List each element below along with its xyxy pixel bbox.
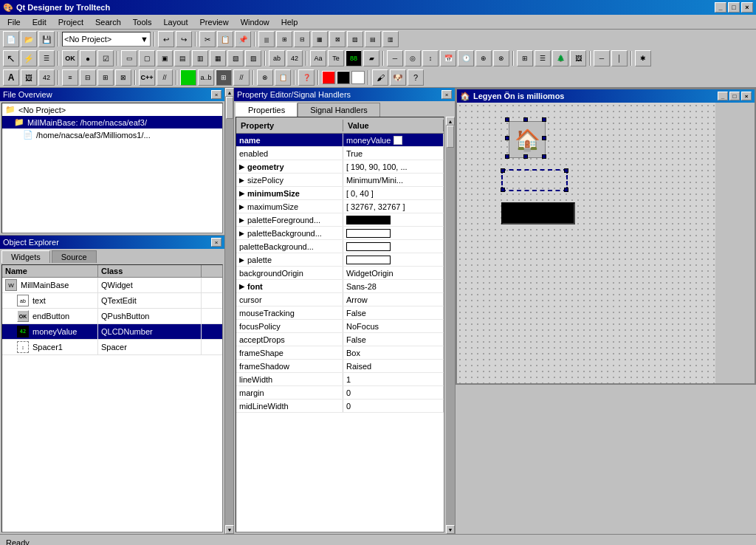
form-canvas[interactable]: 🏠 — [457, 103, 715, 383]
extra1[interactable]: ⊕ — [475, 50, 492, 66]
expand-minsize[interactable]: ▶ — [239, 190, 244, 197]
color-red[interactable] — [322, 71, 335, 84]
expand-palette-bg1[interactable]: ▶ — [239, 230, 244, 237]
date-widget[interactable]: 📅 — [440, 50, 456, 66]
btn6[interactable]: ▨ — [245, 50, 261, 66]
line-h-widget[interactable]: ─ — [594, 50, 610, 66]
expand-sizepolicy[interactable]: ▶ — [239, 176, 244, 184]
prop-row-margin[interactable]: margin 0 — [236, 386, 444, 400]
zoom-btn3[interactable]: ⊟ — [294, 31, 310, 47]
btn3[interactable]: ▥ — [192, 50, 208, 66]
obj-row-spacer1[interactable]: ↕ Spacer1 Spacer — [2, 340, 222, 355]
expand-maxsize[interactable]: ▶ — [239, 203, 244, 210]
prop-row-geometry[interactable]: ▶ geometry [ 190, 90, 100, ... — [236, 160, 444, 174]
file-overview-close[interactable]: × — [211, 90, 221, 99]
prop-row-enabled[interactable]: enabled True — [236, 147, 444, 160]
prop-scroll-up[interactable]: ▲ — [446, 117, 455, 126]
tab-source[interactable]: Source — [52, 250, 97, 263]
align-btn3[interactable]: ⊞ — [97, 69, 114, 86]
brush-btn[interactable]: 🖌 — [372, 69, 388, 86]
extra2[interactable]: ⊗ — [493, 50, 509, 66]
question-btn[interactable]: ? — [408, 69, 424, 86]
prop-row-linewidth[interactable]: lineWidth 1 — [236, 373, 444, 386]
prop-row-maxsize[interactable]: ▶ maximumSize [ 32767, 32767 ] — [236, 200, 444, 213]
ok-widget[interactable]: OK — [62, 50, 78, 66]
menu-window[interactable]: Window — [235, 16, 275, 28]
prop-row-acceptdrops[interactable]: acceptDrops False — [236, 333, 444, 346]
help-plugin-btn[interactable]: ❓ — [298, 69, 315, 86]
prop-tab-signal-handlers[interactable]: Signal Handlers — [298, 103, 380, 117]
object-explorer-close[interactable]: × — [211, 238, 221, 247]
prop-row-font[interactable]: ▶ font Sans-28 — [236, 280, 444, 293]
prop-row-frameshape[interactable]: frameShape Box — [236, 346, 444, 360]
name-close-x[interactable]: × — [394, 136, 402, 145]
label-widget[interactable]: Aa — [310, 50, 326, 66]
tree-item-file[interactable]: 📄 /home/nacsa/eaf3/Milliomos1/... — [2, 128, 222, 141]
prop-row-palette-fg[interactable]: ▶ paletteForeground... — [236, 213, 444, 227]
prop-row-palette[interactable]: ▶ palette — [236, 253, 444, 267]
frame-widget[interactable]: ▭ — [121, 50, 137, 66]
menu-help[interactable]: Help — [275, 16, 304, 28]
cpp-btn[interactable]: C++ — [139, 69, 155, 86]
zoom-btn6[interactable]: ▧ — [347, 31, 363, 47]
new-button[interactable]: 📄 — [3, 31, 19, 47]
slash-btn[interactable]: // — [233, 69, 250, 86]
expand-geometry[interactable]: ▶ — [239, 163, 244, 171]
menu-project[interactable]: Project — [52, 16, 89, 28]
db-btn2[interactable]: 📋 — [275, 69, 291, 86]
check-widget[interactable]: ☑ — [97, 50, 114, 66]
zoom-btn1[interactable]: ||| — [258, 31, 275, 47]
prop-row-mousetracking[interactable]: mouseTracking False — [236, 306, 444, 320]
scroll-up-left[interactable]: ▲ — [225, 88, 234, 97]
connect-tool[interactable]: ⚡ — [21, 50, 37, 66]
prop-scroll-down[interactable]: ▼ — [446, 525, 455, 534]
color-black[interactable] — [337, 71, 350, 84]
copy-button[interactable]: 📋 — [217, 31, 233, 47]
rect-widget[interactable]: ▣ — [157, 50, 173, 66]
lcd-moneyvalue-widget[interactable] — [501, 202, 575, 224]
cut-button[interactable]: ✂ — [199, 31, 216, 47]
db-btn1[interactable]: ⊗ — [257, 69, 273, 86]
scroll-thumb-left[interactable] — [226, 97, 233, 119]
list-widget[interactable]: ☰ — [535, 50, 551, 66]
prop-tab-properties[interactable]: Properties — [236, 103, 298, 117]
expand-palette[interactable]: ▶ — [239, 256, 244, 264]
spinbox-widget[interactable]: 42 — [286, 50, 303, 66]
menu-preview[interactable]: Preview — [194, 16, 235, 28]
obj-row-endbutton[interactable]: OK endButton QPushButton — [2, 309, 222, 324]
btn2[interactable]: ▤ — [174, 50, 190, 66]
menu-file[interactable]: File — [1, 16, 27, 28]
btn4[interactable]: ▦ — [210, 50, 226, 66]
zoom-btn2[interactable]: ⊞ — [276, 31, 292, 47]
prop-row-name[interactable]: name moneyValue × — [236, 134, 444, 147]
menu-edit[interactable]: Edit — [27, 16, 52, 28]
scroll-down-left[interactable]: ▼ — [225, 525, 234, 534]
prop-row-palette-bg2[interactable]: paletteBackground... — [236, 240, 444, 253]
input-widget[interactable]: ab — [269, 50, 285, 66]
table-widget[interactable]: ⊞ — [517, 50, 533, 66]
form-close[interactable]: × — [741, 92, 752, 100]
tree-widget[interactable]: 🌲 — [552, 50, 568, 66]
tree-item-millmain[interactable]: 📁 MillMainBase: /home/nacsa/eaf3/ — [2, 116, 222, 128]
prop-row-minsize[interactable]: ▶ minimumSize [ 0, 40 ] — [236, 187, 444, 200]
prop-row-bgorigin[interactable]: backgroundOrigin WidgetOrigin — [236, 267, 444, 280]
property-editor-close[interactable]: × — [441, 90, 452, 99]
paste-button[interactable]: 📌 — [235, 31, 251, 47]
line-v-widget[interactable]: │ — [611, 50, 628, 66]
font-btn[interactable]: A — [3, 69, 19, 86]
expand-font[interactable]: ▶ — [239, 283, 244, 290]
minimize-button[interactable]: _ — [715, 2, 726, 13]
btn5[interactable]: ▧ — [227, 50, 244, 66]
text-widget[interactable]: Te — [328, 50, 344, 66]
close-button[interactable]: × — [741, 2, 753, 13]
prop-row-palette-bg1[interactable]: ▶ paletteBackground... — [236, 227, 444, 240]
progress-widget[interactable]: ▰ — [363, 50, 379, 66]
obj-row-millmain[interactable]: W MillMainBase QWidget — [2, 278, 222, 293]
comment-btn[interactable]: // — [157, 69, 173, 86]
redo-button[interactable]: ↪ — [176, 31, 192, 47]
pointer-tool[interactable]: ↖ — [3, 50, 19, 66]
color-white[interactable] — [351, 71, 365, 84]
prop-scroll-thumb[interactable] — [447, 126, 454, 148]
tab-widgets[interactable]: Widgets — [1, 250, 50, 263]
project-combo[interactable]: <No Project> ▼ — [62, 32, 151, 47]
